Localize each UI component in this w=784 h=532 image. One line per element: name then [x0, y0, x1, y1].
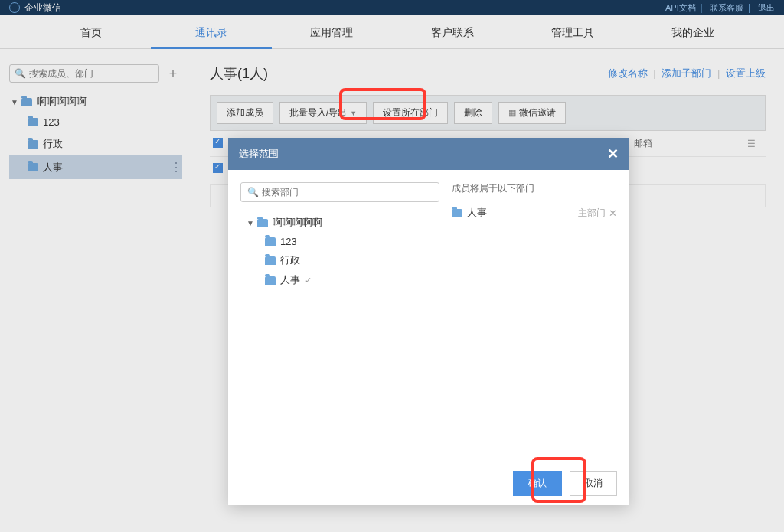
modal-header: 选择范围 ✕: [228, 138, 629, 170]
folder-icon: [265, 276, 276, 285]
folder-icon: [265, 256, 276, 265]
chevron-down-icon: ▼: [247, 219, 254, 227]
confirm-button[interactable]: 确认: [513, 471, 562, 496]
modal-title: 选择范围: [239, 147, 279, 161]
tree-label: 人事: [280, 273, 300, 287]
modal-footer: 确认 取消: [228, 462, 629, 505]
tree-label: 行政: [280, 253, 300, 267]
selected-dept-item: 人事 主部门 ✕: [452, 203, 617, 223]
check-icon: ✓: [305, 276, 312, 286]
cancel-button[interactable]: 取消: [570, 471, 617, 496]
modal-left-panel: 🔍 ▼ 啊啊啊啊啊 123 行政 人事: [240, 182, 439, 449]
folder-icon: [257, 219, 268, 227]
selected-depts-title: 成员将属于以下部门: [452, 182, 617, 195]
search-icon: 🔍: [247, 187, 259, 197]
modal-tree-item-hr[interactable]: 人事 ✓: [240, 270, 439, 290]
modal-search-box[interactable]: 🔍: [240, 182, 439, 202]
modal-body: 🔍 ▼ 啊啊啊啊啊 123 行政 人事: [228, 170, 629, 462]
remove-icon[interactable]: ✕: [609, 207, 617, 219]
folder-icon: [452, 209, 462, 217]
folder-icon: [265, 237, 276, 246]
selected-dept-label: 人事: [467, 206, 487, 220]
modal-tree-root[interactable]: ▼ 啊啊啊啊啊: [240, 213, 439, 233]
modal-tree-item-admin[interactable]: 行政: [240, 250, 439, 270]
select-scope-modal: 选择范围 ✕ 🔍 ▼ 啊啊啊啊啊 123 行政: [228, 138, 629, 505]
modal-right-panel: 成员将属于以下部门 人事 主部门 ✕: [452, 182, 617, 449]
modal-tree-item-123[interactable]: 123: [240, 233, 439, 250]
modal-tree-root-label: 啊啊啊啊啊: [273, 216, 322, 230]
modal-search-input[interactable]: [262, 187, 433, 197]
main-dept-label: 主部门: [578, 207, 606, 220]
tree-label: 123: [280, 236, 297, 247]
modal-tree: ▼ 啊啊啊啊啊 123 行政 人事 ✓: [240, 213, 439, 290]
close-icon[interactable]: ✕: [607, 145, 619, 162]
